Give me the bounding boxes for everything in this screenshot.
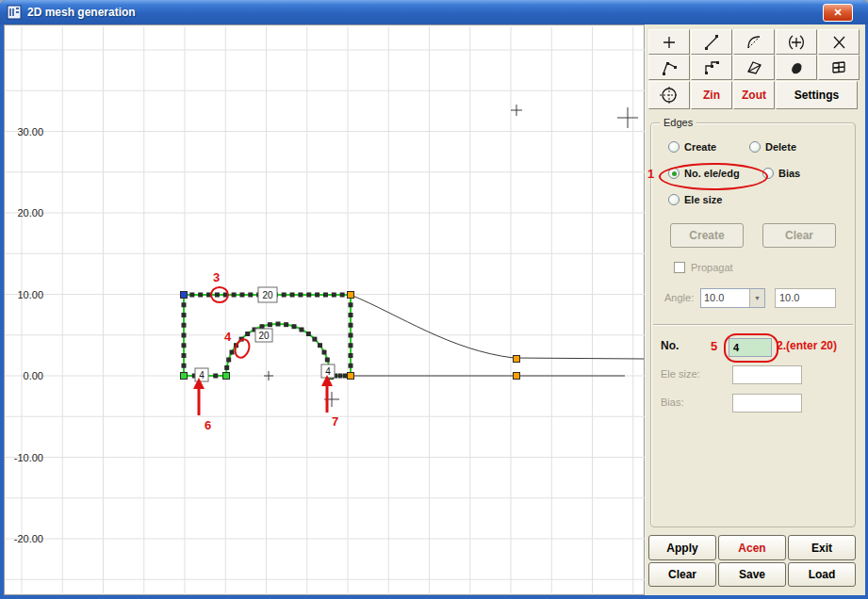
y-axis-label: 20.00 xyxy=(17,207,43,219)
propagat-checkbox-box xyxy=(674,262,685,273)
mesh-grid-icon xyxy=(829,58,848,77)
add-point-icon xyxy=(660,33,679,52)
circled-point-button[interactable] xyxy=(776,29,817,55)
edges-legend: Edges xyxy=(660,117,696,128)
settings-button[interactable]: Settings xyxy=(776,81,858,109)
load-button[interactable]: Load xyxy=(788,562,856,587)
angle-combo[interactable]: 10.0 xyxy=(700,288,765,308)
close-icon xyxy=(833,7,842,19)
create-button[interactable]: Create xyxy=(670,223,744,248)
grid-layer xyxy=(5,26,645,593)
acen-button-label: Acen xyxy=(738,542,765,555)
create-button-label: Create xyxy=(689,229,724,242)
edges-groupbox: Edges Create Delete No. ele/edg Bias Ele… xyxy=(650,122,856,527)
angle-input-value: 10.0 xyxy=(779,292,799,303)
save-button-label: Save xyxy=(739,568,765,581)
add-point-button[interactable] xyxy=(648,29,690,55)
circled-plus-icon xyxy=(787,33,806,52)
edge-count-top: 20 xyxy=(262,290,273,300)
clear-button[interactable]: Clear xyxy=(648,562,716,587)
radio-no-ele-edg[interactable]: No. ele/edg xyxy=(668,167,740,180)
canvas-svg: 30.00 20.00 10.00 0.00 -10.00 -20.00 20 … xyxy=(4,24,645,595)
app-window: 2D mesh generation 30.00 20.00 10.00 0.0… xyxy=(0,0,868,599)
apply-button-label: Apply xyxy=(666,542,697,555)
clear-button-label: Clear xyxy=(668,568,696,581)
annotation-7: 7 xyxy=(332,414,338,429)
clear-edges-button[interactable]: Clear xyxy=(762,223,836,248)
acen-button[interactable]: Acen xyxy=(718,535,786,560)
corner-edge-button[interactable] xyxy=(648,55,690,80)
mesh-layer xyxy=(181,105,645,407)
y-axis-label: -10.00 xyxy=(14,452,43,463)
settings-label: Settings xyxy=(794,89,839,102)
delete-button[interactable] xyxy=(818,29,860,55)
polyline-icon xyxy=(702,58,721,77)
edge-count-bottom-left: 4 xyxy=(199,370,205,380)
edge-count-bottom-right: 4 xyxy=(325,366,331,377)
skew-quad-button[interactable] xyxy=(733,55,775,80)
radio-create-label: Create xyxy=(684,141,716,153)
separator xyxy=(653,324,853,326)
annotation-arrow-6 xyxy=(193,378,205,415)
y-axis-label: -20.00 xyxy=(14,533,43,544)
patch-button[interactable] xyxy=(776,55,817,80)
annotation-4: 4 xyxy=(224,330,232,344)
bias-label: Bias: xyxy=(661,397,683,408)
propagat-label: Propagat xyxy=(691,262,733,273)
y-axis-label: 10.00 xyxy=(17,289,43,300)
axes-circle-icon xyxy=(659,86,680,105)
mesh-grid-button[interactable] xyxy=(818,55,860,80)
delete-cross-icon xyxy=(829,33,848,52)
apply-button[interactable]: Apply xyxy=(648,535,716,560)
radio-bias-label: Bias xyxy=(778,168,800,179)
mesh-canvas[interactable]: 30.00 20.00 10.00 0.00 -10.00 -20.00 20 … xyxy=(4,24,645,595)
chevron-down-icon[interactable] xyxy=(749,289,764,307)
no-input[interactable]: 4 xyxy=(729,338,772,357)
zoom-in-label: Zin xyxy=(703,89,720,102)
titlebar[interactable]: 2D mesh generation xyxy=(0,0,868,24)
edge-count-arc: 20 xyxy=(258,331,270,341)
radio-delete-circle xyxy=(749,141,761,153)
control-panel: Zin Zout Settings Edges Create Delete No… xyxy=(645,24,865,595)
radio-no-ele-edg-label: No. ele/edg xyxy=(684,168,740,179)
angle-input[interactable]: 10.0 xyxy=(775,288,836,308)
angle-label: Angle: xyxy=(664,292,694,303)
bias-input[interactable] xyxy=(732,394,802,413)
clear-edges-button-label: Clear xyxy=(785,229,813,242)
close-button[interactable] xyxy=(823,4,853,22)
exit-button-label: Exit xyxy=(811,542,832,555)
ele-size-input[interactable] xyxy=(732,365,802,384)
no-label: No. xyxy=(661,339,679,352)
zoom-out-button[interactable]: Zout xyxy=(733,81,775,109)
radio-delete-label: Delete xyxy=(765,141,796,153)
axes-circle-button[interactable] xyxy=(648,81,690,109)
line-button[interactable] xyxy=(691,29,732,55)
radio-ele-size[interactable]: Ele size xyxy=(668,193,722,206)
annotation-arrow-7 xyxy=(321,375,333,413)
no-input-value: 4 xyxy=(733,342,739,353)
exit-button[interactable]: Exit xyxy=(788,535,856,560)
line-icon xyxy=(702,33,721,52)
propagat-checkbox[interactable]: Propagat xyxy=(674,262,733,273)
ele-size-label: Ele size: xyxy=(661,368,700,380)
zoom-in-button[interactable]: Zin xyxy=(691,81,732,109)
radio-ele-size-label: Ele size xyxy=(684,194,722,205)
load-button-label: Load xyxy=(809,568,836,581)
arc-button[interactable] xyxy=(733,29,775,55)
filled-patch-icon xyxy=(787,58,806,77)
save-button[interactable]: Save xyxy=(718,562,786,587)
arc-icon xyxy=(745,33,763,52)
radio-create[interactable]: Create xyxy=(668,140,716,154)
radio-create-circle xyxy=(668,141,680,153)
annotation-6: 6 xyxy=(205,418,211,432)
radio-ele-size-circle xyxy=(668,194,680,205)
skew-quad-icon xyxy=(745,58,763,77)
polyline-button[interactable] xyxy=(691,55,732,80)
annotation-3: 3 xyxy=(213,270,220,284)
angle-combo-value: 10.0 xyxy=(701,289,749,307)
app-icon xyxy=(7,5,22,20)
y-axis-label: 0.00 xyxy=(24,370,43,381)
radio-delete[interactable]: Delete xyxy=(749,140,796,154)
radio-bias[interactable]: Bias xyxy=(762,167,800,180)
zoom-out-label: Zout xyxy=(742,89,766,102)
